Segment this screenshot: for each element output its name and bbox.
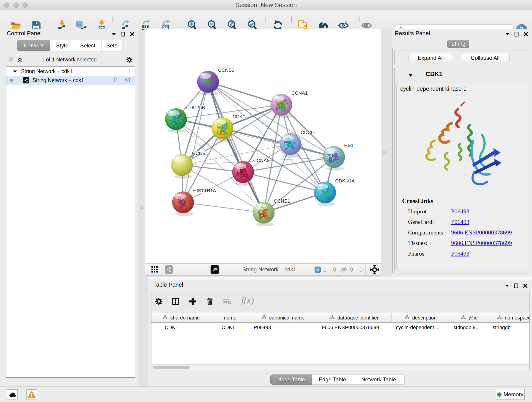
column-header-name[interactable]: name (211, 313, 249, 322)
tab-node-table[interactable]: Node Table (270, 375, 312, 385)
delete-column-button[interactable] (205, 296, 215, 306)
collapse-panel-button[interactable] (504, 283, 510, 289)
hidden-count: 0 – 0 (350, 264, 363, 275)
node-label-CCNE1: CCNE1 (274, 198, 290, 204)
collapse-all-button[interactable]: Collapse All (461, 53, 510, 63)
open-in-new-window-button[interactable] (210, 265, 219, 274)
show-column-panel-button[interactable] (171, 296, 181, 306)
left-splitter-handle[interactable] (140, 206, 143, 209)
network-row-selected[interactable]: String Network – cdk1 11 48 (6, 76, 135, 85)
float-panel-button[interactable] (513, 283, 519, 289)
crosslink-link[interactable]: P06493 (451, 208, 469, 215)
network-node-CCNB2[interactable]: CCNB2 (197, 67, 234, 95)
horizontal-scrollbar[interactable] (152, 364, 529, 370)
memory-label: Memory (504, 391, 524, 398)
column-header-shared-name[interactable]: shared name (152, 313, 211, 322)
network-edge-count: 48 (124, 77, 130, 83)
scrollbar-thumb[interactable] (153, 366, 190, 369)
float-window-icon (120, 32, 126, 37)
crosslink-link[interactable]: P06493 (451, 250, 469, 257)
expand-all-button[interactable]: Expand All (409, 53, 453, 63)
tab-network-table[interactable]: Network Table (353, 375, 405, 385)
network-edge-CCNB2-CCNA1[interactable] (208, 82, 281, 105)
table-cell[interactable]: cyclin-dependent ... (392, 323, 450, 332)
cloud-status-button[interactable] (7, 389, 18, 400)
table-cell[interactable]: stringdb:9... (450, 323, 489, 332)
network-edge-CDK1-RB1[interactable] (222, 128, 334, 157)
table-cell[interactable]: 9606.ENSP00000378699 (317, 323, 392, 332)
table-header-row: shared namenamecanonical namedatabase id… (152, 313, 530, 323)
table-cell[interactable]: P06493 (249, 323, 317, 332)
table-options-button[interactable] (154, 296, 164, 306)
tab-sets[interactable]: Sets (101, 40, 122, 51)
close-panel-button[interactable] (129, 31, 135, 37)
results-panel-title: Results Panel (395, 30, 430, 37)
tab-edge-table[interactable]: Edge Table (312, 375, 353, 385)
table-cell[interactable]: stringdb (489, 323, 530, 332)
tree-column-icon (330, 315, 335, 321)
network-node-HIST1H1A[interactable]: HIST1H1A (172, 188, 216, 216)
selected-items-checkbox[interactable] (315, 267, 321, 273)
crosslink-link[interactable]: P06493 (451, 219, 469, 225)
tree-column-icon (497, 315, 502, 321)
network-canvas[interactable]: CCNB2CCNA1CDC25BCDK1CDC6RB1CCNB1CCNA2CDK… (145, 29, 381, 263)
toolbar-separator (291, 13, 292, 26)
footer-separator (198, 265, 198, 274)
collapse-panel-button[interactable] (111, 31, 117, 37)
main-toolbar: ? (0, 10, 532, 29)
collapse-panel-button[interactable] (505, 31, 510, 37)
birds-eye-view-button[interactable] (370, 265, 380, 276)
network-edge-HIST1H1A-CCNE1[interactable] (183, 202, 264, 213)
expander-triangle-icon[interactable] (13, 69, 17, 74)
column-header-description[interactable]: description (392, 313, 450, 322)
chevron-down-icon (111, 32, 116, 37)
node-label-CCNB1: CCNB1 (192, 151, 208, 156)
expander-triangle-icon[interactable] (408, 72, 413, 78)
grid-view-button[interactable] (151, 266, 158, 274)
table-cell[interactable]: CDK1 (211, 323, 249, 332)
tab-select[interactable]: Select (74, 40, 101, 51)
protein-card-header[interactable]: CDK1 (394, 68, 529, 81)
column-label: namespace (505, 315, 530, 321)
network-edge-CCNB2-HIST1H1A[interactable] (183, 82, 208, 202)
column-header-namespace[interactable]: namespace (489, 313, 530, 322)
node-label-CDKN1A: CDKN1A (335, 178, 355, 183)
column-header--id[interactable]: @id (450, 313, 489, 322)
network-collection-row[interactable]: String Network – cdk1 1 (6, 67, 135, 76)
tab-network[interactable]: Network (17, 40, 51, 51)
crosslink-link[interactable]: 9606.ENSP00000378699 (451, 240, 512, 247)
network-node-RB1[interactable]: RB1 (323, 143, 354, 171)
close-panel-button[interactable] (522, 283, 528, 289)
window-title: Session: New Session (0, 0, 532, 10)
tab-string[interactable]: String (447, 40, 469, 48)
function-builder-button-disabled[interactable]: f(x) (241, 295, 254, 306)
tree-column-icon (405, 315, 409, 321)
share-style-button[interactable] (165, 265, 173, 274)
string-results-container: Expand All Collapse All CDK1 cyclin-depe… (393, 48, 531, 274)
network-node-CDK1[interactable]: CDK1 (212, 114, 245, 142)
crosslink-link[interactable]: 9606.ENSP00000378699 (451, 229, 512, 236)
right-splitter-handle[interactable] (383, 151, 386, 154)
control-panel-controls (111, 31, 135, 37)
node-label-CCNB2: CCNB2 (218, 67, 234, 73)
float-panel-button[interactable] (120, 31, 126, 37)
network-node-CCNA1[interactable]: CCNA1 (271, 90, 308, 118)
warnings-button[interactable] (26, 389, 37, 400)
close-panel-button[interactable] (523, 31, 529, 37)
tab-style[interactable]: Style (51, 40, 74, 51)
network-edge-CCNB2-CCNE1[interactable] (208, 82, 264, 213)
network-options-button[interactable] (126, 56, 133, 64)
memory-button[interactable]: Memory (496, 389, 525, 400)
table-row[interactable]: CDK1CDK1P064939606.ENSP00000378699cyclin… (152, 323, 530, 332)
node-label-CDK1: CDK1 (233, 114, 245, 119)
column-header-database-identifier[interactable]: database identifier (317, 313, 392, 322)
tree-column-icon (461, 315, 466, 321)
create-column-button[interactable] (188, 296, 198, 306)
table-cell[interactable]: CDK1 (152, 323, 211, 332)
table-panel: Table Panel (148, 277, 532, 386)
delete-table-button-disabled[interactable] (222, 296, 232, 306)
hidden-items-indicator[interactable] (340, 266, 348, 274)
network-status-dot (10, 79, 13, 82)
float-panel-button[interactable] (514, 31, 520, 37)
column-header-canonical-name[interactable]: canonical name (249, 313, 317, 322)
